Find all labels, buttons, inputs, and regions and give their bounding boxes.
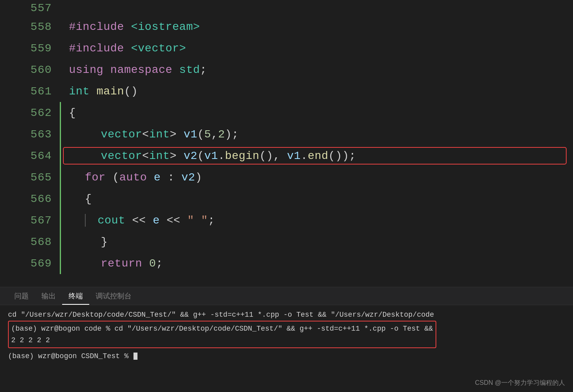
line-number-564: 564 (0, 150, 60, 162)
token: ()); (328, 150, 356, 162)
token: namespace (110, 64, 179, 76)
token: end (308, 150, 328, 162)
token: int (149, 150, 170, 162)
tab-problems[interactable]: 问题 (8, 288, 35, 304)
token: e (153, 214, 167, 227)
gutter-557 (60, 0, 61, 16)
token: () (124, 85, 138, 98)
line-number-568: 568 (0, 236, 60, 248)
code-line-568: 568 } (0, 231, 573, 253)
token: for (85, 171, 112, 184)
code-line-564: 564 vector<int> v2(v1.begin(), v1.end())… (0, 145, 573, 167)
token: using (69, 64, 110, 76)
terminal-highlighted-block: (base) wzr@bogon code % cd "/Users/wzr/D… (8, 321, 436, 350)
code-line-565: 565 for (auto e : v2) (0, 167, 573, 188)
token: ( (112, 171, 119, 184)
line-content-560: using namespace std; (61, 64, 207, 76)
line-number-561: 561 (0, 85, 60, 98)
line-number-558: 558 (0, 21, 60, 33)
editor-area: 557 558 #include <iostream> 559 #include… (0, 0, 573, 287)
line-content-559: #include <vector> (61, 42, 186, 55)
code-line-566: 566 { (0, 188, 573, 210)
token: { (85, 193, 92, 205)
token: 5 (204, 128, 211, 141)
line-number-569: 569 (0, 257, 60, 270)
token: << (167, 214, 187, 227)
code-line-561: 561 int main() (0, 80, 573, 102)
token: { (69, 107, 76, 119)
token: auto (120, 171, 154, 184)
terminal-line-1: cd "/Users/wzr/Desktop/code/CSDN_Test/" … (8, 309, 565, 321)
line-content-561: int main() (61, 85, 138, 98)
line-number-563: 563 (0, 128, 60, 141)
line-number-560: 560 (0, 64, 60, 76)
terminal-line-4: (base) wzr@bogon CSDN_Test % (8, 351, 565, 362)
terminal-line-2: (base) wzr@bogon code % cd "/Users/wzr/D… (11, 323, 433, 335)
token: std (179, 64, 200, 76)
line-content-562: { (61, 107, 76, 119)
token: v1 (184, 128, 198, 141)
token: e (154, 171, 168, 184)
token: return (101, 257, 149, 270)
token: ; (156, 257, 163, 270)
token: ; (200, 64, 207, 76)
token: ) (195, 171, 202, 184)
token: int (69, 85, 96, 98)
token: . (301, 150, 308, 162)
token: } (101, 236, 108, 248)
code-container: 557 558 #include <iostream> 559 #include… (0, 0, 573, 287)
token: < (142, 150, 149, 162)
code-line-557: 557 (0, 0, 573, 16)
token: v2 (181, 171, 195, 184)
code-line-562: 562 { (0, 102, 573, 123)
terminal-line-3: 2 2 2 2 2 (11, 335, 433, 346)
tab-output[interactable]: 输出 (35, 288, 62, 304)
token: . (218, 150, 225, 162)
token: #include (69, 21, 131, 33)
token: begin (225, 150, 260, 162)
token: ( (197, 150, 204, 162)
line-content-564: vector<int> v2(v1.begin(), v1.end()); (61, 150, 356, 162)
line-number-562: 562 (0, 107, 60, 119)
token: vector (101, 128, 142, 141)
line-number-566: 566 (0, 193, 60, 205)
line-content-566: { (61, 193, 92, 205)
token: <iostream> (131, 21, 200, 33)
token: : (168, 171, 182, 184)
token: > (170, 150, 184, 162)
token: ; (208, 214, 215, 227)
tab-debug-console[interactable]: 调试控制台 (89, 288, 138, 304)
code-line-567: 567 cout << e << " "; (0, 210, 573, 231)
token: ( (197, 128, 204, 141)
tab-terminal[interactable]: 终端 (62, 288, 89, 304)
token: int (149, 128, 170, 141)
line-content-563: vector<int> v1(5,2); (61, 128, 239, 141)
terminal-panel: 问题 输出 终端 调试控制台 cd "/Users/wzr/Desktop/co… (0, 287, 573, 392)
token: , (211, 128, 218, 141)
token: << (132, 214, 153, 227)
token: main (96, 85, 124, 98)
token: 2 (218, 128, 225, 141)
watermark: CSDN @一个努力学习编程的人 (475, 379, 565, 387)
token: cout (98, 214, 132, 227)
token: (), (259, 150, 287, 162)
code-line-559: 559 #include <vector> (0, 37, 573, 59)
line-content-565: for (auto e : v2) (61, 171, 202, 184)
token: <vector> (131, 42, 186, 55)
line-content-569: return 0; (61, 257, 163, 270)
token: < (142, 128, 149, 141)
line-number-565: 565 (0, 171, 60, 184)
line-number-567: 567 (0, 214, 60, 227)
line-content-568: } (61, 236, 108, 248)
token: v1 (204, 150, 218, 162)
code-line-560: 560 using namespace std; (0, 59, 573, 80)
code-line-569: 569 return 0; (0, 253, 573, 274)
terminal-red-border: (base) wzr@bogon code % cd "/Users/wzr/D… (8, 321, 436, 349)
token: " " (187, 214, 208, 227)
terminal-tabs: 问题 输出 终端 调试控制台 (0, 287, 573, 305)
line-content-567: cout << e << " "; (61, 214, 215, 227)
token: v1 (287, 150, 301, 162)
token: #include (69, 42, 131, 55)
terminal-cursor (133, 353, 137, 360)
token: 0 (149, 257, 156, 270)
